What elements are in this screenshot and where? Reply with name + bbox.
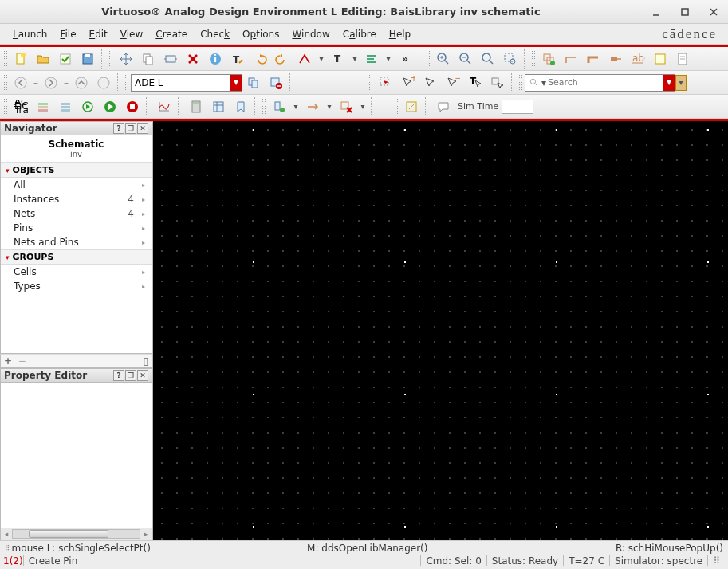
cursor-text-icon[interactable]: T bbox=[465, 73, 486, 92]
resize-grip-icon[interactable]: ⠿ bbox=[707, 555, 725, 567]
results-icon[interactable] bbox=[208, 97, 229, 116]
ws-delete-icon[interactable] bbox=[266, 73, 286, 92]
snap-icon[interactable] bbox=[401, 97, 422, 116]
menu-check[interactable]: Check bbox=[194, 26, 236, 42]
nav-row-types[interactable]: Types▸ bbox=[1, 279, 152, 293]
help-button[interactable]: ? bbox=[113, 370, 124, 381]
stop-icon[interactable] bbox=[122, 97, 143, 116]
nav-fwd-icon[interactable] bbox=[41, 73, 61, 92]
grip-icon[interactable] bbox=[124, 74, 129, 92]
menu-launch[interactable]: Launch bbox=[6, 26, 53, 42]
add-icon[interactable]: + bbox=[4, 355, 12, 367]
nav-row-instances[interactable]: Instances4▸ bbox=[1, 192, 152, 206]
menu-create[interactable]: Create bbox=[149, 26, 194, 42]
new-file-icon[interactable] bbox=[10, 49, 31, 69]
dropdown-icon[interactable]: ▾ bbox=[290, 98, 301, 116]
info-icon[interactable]: i bbox=[205, 49, 226, 69]
menu-help[interactable]: Help bbox=[383, 26, 417, 42]
zoom-in-icon[interactable] bbox=[433, 49, 454, 69]
close-panel-button[interactable]: ✕ bbox=[137, 123, 148, 134]
maximize-button[interactable] bbox=[675, 4, 695, 20]
grip-icon[interactable] bbox=[394, 98, 399, 116]
section-groups[interactable]: GROUPS bbox=[1, 249, 152, 265]
nav-up-icon[interactable] bbox=[71, 73, 92, 92]
grip-icon[interactable] bbox=[3, 50, 8, 68]
note-icon[interactable] bbox=[650, 49, 671, 69]
simtime-field[interactable] bbox=[502, 100, 533, 114]
section-objects[interactable]: OBJECTS bbox=[1, 163, 152, 178]
grip-icon[interactable] bbox=[3, 74, 8, 92]
menu-edit[interactable]: Edit bbox=[83, 26, 114, 42]
close-panel-button[interactable]: ✕ bbox=[137, 370, 148, 381]
stretch-icon[interactable] bbox=[160, 49, 181, 69]
undock-button[interactable]: ❐ bbox=[125, 123, 136, 134]
remove-icon[interactable]: − bbox=[18, 355, 26, 367]
wide-wire-icon[interactable] bbox=[583, 49, 604, 69]
outputs-icon[interactable] bbox=[55, 97, 76, 116]
search-input[interactable] bbox=[548, 77, 663, 88]
select-marker-icon[interactable] bbox=[376, 73, 396, 92]
pin-icon[interactable] bbox=[605, 49, 626, 69]
plot-icon[interactable] bbox=[154, 97, 175, 116]
instance-icon[interactable] bbox=[538, 49, 559, 69]
menu-window[interactable]: Window bbox=[285, 26, 336, 42]
netlist-icon[interactable] bbox=[77, 97, 98, 116]
grip-icon[interactable] bbox=[426, 50, 431, 68]
probe-i-icon[interactable] bbox=[302, 97, 323, 116]
nav-home-icon[interactable] bbox=[93, 73, 114, 92]
dropdown-icon[interactable]: ▾ bbox=[349, 50, 360, 68]
save-icon[interactable] bbox=[77, 49, 98, 69]
dropdown-icon[interactable]: ▾ bbox=[324, 98, 335, 116]
minimize-button[interactable] bbox=[647, 4, 666, 20]
menu-options[interactable]: Options bbox=[236, 26, 285, 42]
menu-calibre[interactable]: Calibre bbox=[336, 26, 383, 42]
undock-button[interactable]: ❐ bbox=[125, 370, 136, 381]
run-icon[interactable] bbox=[100, 97, 120, 116]
nav-row-all[interactable]: All▸ bbox=[1, 178, 152, 192]
redo-icon[interactable] bbox=[272, 49, 293, 69]
workspace-combo[interactable]: ADE L▼ bbox=[131, 74, 242, 92]
nav-row-nets[interactable]: Nets4▸ bbox=[1, 206, 152, 221]
ws-copy-icon[interactable] bbox=[243, 73, 264, 92]
sheet-icon[interactable] bbox=[672, 49, 693, 69]
cursor-icon[interactable] bbox=[420, 73, 441, 92]
grip-icon[interactable] bbox=[108, 50, 113, 68]
nav-row-netspins[interactable]: Nets and Pins▸ bbox=[1, 235, 152, 249]
copy-icon[interactable] bbox=[138, 49, 159, 69]
wire-icon[interactable] bbox=[561, 49, 581, 69]
menu-file[interactable]: File bbox=[53, 26, 82, 42]
check-save-icon[interactable] bbox=[55, 49, 76, 69]
acdc-icon[interactable]: ACDCTrans bbox=[10, 97, 31, 116]
comment-icon[interactable] bbox=[433, 97, 454, 116]
grip-icon[interactable] bbox=[368, 74, 373, 92]
hscrollbar[interactable]: ◂▸ bbox=[1, 528, 152, 540]
menu-view[interactable]: View bbox=[114, 26, 149, 42]
help-button[interactable]: ? bbox=[113, 123, 124, 134]
schematic-canvas[interactable] bbox=[153, 121, 728, 540]
search-box[interactable]: ▾ ▼ bbox=[525, 74, 675, 92]
probe-v-icon[interactable] bbox=[269, 97, 289, 116]
grip-icon[interactable] bbox=[531, 50, 536, 68]
grip-icon[interactable] bbox=[3, 98, 8, 116]
dropdown-icon[interactable]: ▾ bbox=[357, 98, 368, 116]
close-button[interactable] bbox=[704, 4, 723, 20]
move-icon[interactable] bbox=[116, 49, 136, 69]
zoom-out-icon[interactable] bbox=[455, 49, 476, 69]
cursor-plus-icon[interactable]: + bbox=[398, 73, 419, 92]
cursor-minus-icon[interactable]: − bbox=[443, 73, 463, 92]
grip-icon[interactable] bbox=[262, 98, 266, 116]
calc-icon[interactable] bbox=[186, 97, 207, 116]
grip-icon[interactable] bbox=[518, 74, 523, 92]
var-icon[interactable] bbox=[33, 97, 53, 116]
delete-icon[interactable] bbox=[183, 49, 203, 69]
dropdown-icon[interactable]: ▾ bbox=[383, 50, 394, 68]
align-icon[interactable] bbox=[361, 49, 382, 69]
zoom-select-icon[interactable] bbox=[500, 49, 521, 69]
collapse-icon[interactable]: ▯ bbox=[143, 355, 148, 367]
zoom-fit-icon[interactable] bbox=[478, 49, 498, 69]
cursor-box-icon[interactable] bbox=[487, 73, 508, 92]
rotate-icon[interactable] bbox=[294, 49, 315, 69]
search-dropdown[interactable]: ▾ bbox=[675, 75, 687, 91]
nav-row-pins[interactable]: Pins▸ bbox=[1, 221, 152, 235]
text-style-icon[interactable]: T bbox=[328, 49, 348, 69]
